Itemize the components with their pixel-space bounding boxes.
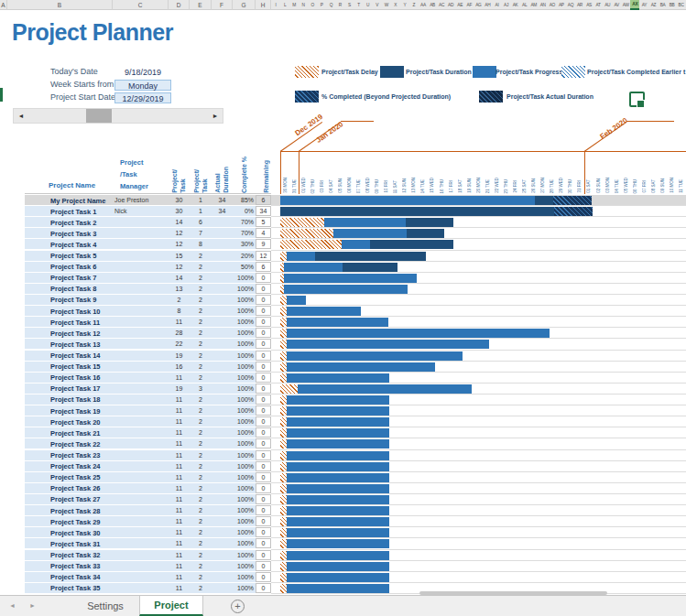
task-row[interactable]: Project Task 12282100%0 — [0, 328, 686, 339]
column-header-cell[interactable]: AP — [557, 0, 566, 10]
column-header-cell[interactable]: AH — [483, 0, 492, 10]
gantt-row[interactable] — [271, 317, 686, 328]
column-header-cell[interactable]: AL — [520, 0, 529, 10]
task-row[interactable]: Project Task 14192100%0 — [0, 351, 686, 362]
task-row[interactable]: Project Task 612250%6 — [0, 262, 686, 273]
column-header-cell[interactable]: G — [233, 0, 256, 10]
gantt-row[interactable] — [271, 262, 686, 273]
column-header-cell[interactable]: Z — [409, 0, 419, 10]
task-row[interactable]: Project Task 31112100%0 — [0, 538, 686, 549]
gantt-row[interactable] — [271, 416, 686, 427]
column-header-cell[interactable]: AF — [464, 0, 474, 10]
task-row[interactable]: Project Task 28112100%0 — [0, 505, 686, 516]
task-row[interactable]: Project Task 30112100%0 — [0, 527, 686, 538]
gantt-row[interactable] — [271, 206, 686, 217]
column-header-cell[interactable]: V — [373, 0, 382, 10]
column-header-cell[interactable]: AX — [630, 0, 639, 10]
column-header-cell[interactable]: O — [308, 0, 317, 10]
task-row[interactable]: Project Task 19112100%0 — [0, 405, 686, 416]
column-header-cell[interactable]: AQ — [566, 0, 575, 10]
gantt-row[interactable] — [271, 295, 686, 306]
task-row[interactable]: Project Task 8132100%0 — [0, 284, 686, 295]
gantt-row[interactable] — [271, 384, 686, 394]
gantt-row[interactable] — [271, 427, 686, 438]
column-header-cell[interactable]: B — [7, 0, 113, 10]
tab-project[interactable]: Project — [139, 596, 203, 616]
week-starts-dropdown[interactable]: Monday — [114, 80, 171, 91]
task-row[interactable]: Project Task 25112100%0 — [0, 472, 686, 483]
column-header-cell[interactable]: AD — [446, 0, 455, 10]
task-row[interactable]: Project Task 33112100%0 — [0, 561, 686, 572]
column-header-cell[interactable]: AG — [474, 0, 483, 10]
column-header-cell[interactable]: AR — [575, 0, 584, 10]
column-header-cell[interactable]: AA — [419, 0, 428, 10]
task-row[interactable]: Project Task 24112100%0 — [0, 461, 686, 472]
column-header-cell[interactable]: AO — [548, 0, 557, 10]
task-row[interactable]: Project Task 29112100%0 — [0, 516, 686, 527]
task-row[interactable]: Project Task 11112100%0 — [0, 317, 686, 328]
task-row[interactable]: Project Task 312770%4 — [0, 228, 686, 239]
task-row[interactable]: Project Task 22112100%0 — [0, 438, 686, 449]
column-header-cell[interactable]: T — [354, 0, 364, 10]
column-header-cell[interactable]: W — [382, 0, 391, 10]
task-row[interactable]: Project Task 17193100%0 — [0, 384, 686, 394]
gantt-row[interactable] — [271, 505, 686, 516]
column-header-cell[interactable]: BA — [659, 0, 668, 10]
column-header-cell[interactable]: S — [344, 0, 354, 10]
gantt-row[interactable] — [271, 284, 686, 295]
column-header-cell[interactable]: AS — [584, 0, 593, 10]
column-header-cell[interactable]: L — [280, 0, 289, 10]
column-header-cell[interactable]: M — [289, 0, 299, 10]
task-row[interactable]: Project Task 412830%9 — [0, 239, 686, 250]
gantt-row[interactable] — [271, 228, 686, 239]
column-header-cell[interactable]: AY — [639, 0, 648, 10]
task-row[interactable]: Project Task 214670%5 — [0, 217, 686, 228]
task-row[interactable]: Project Task 515220%12 — [0, 251, 686, 262]
gantt-row[interactable] — [271, 306, 686, 317]
task-row[interactable]: My Project NameJoe Preston3013485%6 — [0, 195, 686, 206]
gantt-row[interactable] — [271, 550, 686, 561]
column-header-cell[interactable]: X — [391, 0, 400, 10]
column-header-cell[interactable]: F — [212, 0, 233, 10]
column-header-cell[interactable]: E — [190, 0, 212, 10]
column-header-cell[interactable]: P — [317, 0, 326, 10]
tab-nav-left-icon[interactable]: ◄ — [9, 602, 16, 609]
column-header-cell[interactable]: H — [256, 0, 271, 10]
gantt-row[interactable] — [271, 273, 686, 284]
gantt-row[interactable] — [271, 339, 686, 350]
gantt-row[interactable] — [271, 483, 686, 494]
column-header-cell[interactable]: AV — [612, 0, 621, 10]
gantt-row[interactable] — [271, 405, 686, 416]
column-header-cell[interactable]: D — [169, 0, 190, 10]
task-row[interactable]: Project Task 34112100%0 — [0, 572, 686, 583]
gantt-row[interactable] — [271, 351, 686, 362]
gantt-row[interactable] — [271, 527, 686, 538]
column-header-cell[interactable]: AK — [511, 0, 520, 10]
gantt-row[interactable] — [271, 438, 686, 449]
task-row[interactable]: Project Task 20112100%0 — [0, 416, 686, 427]
gantt-row[interactable] — [271, 217, 686, 228]
column-header-cell[interactable]: I — [271, 0, 280, 10]
column-header-cell[interactable]: AZ — [648, 0, 658, 10]
task-row[interactable]: Project Task 18112100%0 — [0, 394, 686, 405]
task-row[interactable]: Project Task 7142100%0 — [0, 273, 686, 284]
gantt-row[interactable] — [271, 239, 686, 250]
column-header-cell[interactable]: R — [335, 0, 344, 10]
column-header-cell[interactable]: AI — [492, 0, 501, 10]
column-header-cell[interactable]: AN — [539, 0, 548, 10]
column-header-cell[interactable]: AM — [529, 0, 539, 10]
column-header-cell[interactable]: AC — [437, 0, 446, 10]
column-header-cell[interactable]: U — [364, 0, 373, 10]
task-row[interactable]: Project Task 15162100%0 — [0, 362, 686, 373]
task-row[interactable]: Project Task 26112100%0 — [0, 483, 686, 494]
scrollbar-thumb[interactable] — [86, 109, 112, 123]
task-row[interactable]: Project Task 1082100%0 — [0, 306, 686, 317]
add-sheet-button[interactable]: + — [231, 600, 245, 613]
task-row[interactable]: Project Task 1Nick301340%34 — [0, 206, 686, 217]
column-header-cell[interactable]: Q — [326, 0, 335, 10]
column-header-cell[interactable]: BC — [677, 0, 686, 10]
column-header-cell[interactable]: AU — [603, 0, 612, 10]
column-header-cell[interactable]: N — [299, 0, 308, 10]
gantt-row[interactable] — [271, 450, 686, 461]
column-header-cell[interactable]: AT — [593, 0, 603, 10]
